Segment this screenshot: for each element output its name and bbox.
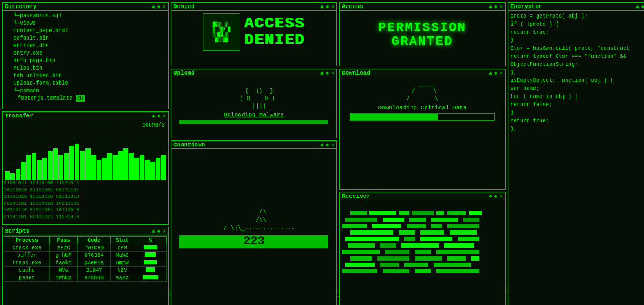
receiver-block <box>458 237 479 241</box>
dir-close[interactable]: ✕ <box>163 3 166 10</box>
table-row: cache MVa 31947 NZV <box>4 267 167 274</box>
script-code: 31947 <box>78 267 111 274</box>
script-bar-cell <box>134 267 167 274</box>
table-row: penet YPhUp 845556 saXz <box>4 274 167 282</box>
upload-content: { () } ( O O ) ||||| Uploading Malware <box>171 77 336 134</box>
denied-close[interactable]: ✕ <box>331 3 334 10</box>
receiver-close[interactable]: ✕ <box>500 193 503 199</box>
receiver-controls[interactable]: ▲ ◆ ✕ <box>489 193 503 199</box>
dir-diamond[interactable]: ◆ <box>157 3 160 10</box>
receiver-block <box>444 243 474 248</box>
dir-file-12: footerjs.template CH <box>5 95 166 102</box>
code-line: }, <box>510 69 644 77</box>
download-close[interactable]: ✕ <box>500 70 503 76</box>
dir-file-11: └─common <box>5 87 166 95</box>
scripts-up-arrow[interactable]: ▲ <box>152 228 155 234</box>
receiver-block <box>350 230 393 235</box>
countdown-bar: 223 <box>179 235 328 248</box>
upload-icon: { () } ( O O ) ||||| <box>232 87 275 110</box>
scripts-table: Process Pass Code Stat % crack.exe zEZC … <box>4 236 167 282</box>
transfer-up-arrow[interactable]: ▲ <box>152 113 155 119</box>
countdown-robot: /\ /i\ / \|\_.............. <box>213 207 295 232</box>
receiver-block <box>383 218 404 222</box>
table-row: crack.exe zEZC *w!CeD cPM <box>4 244 167 252</box>
code-line: }, <box>510 125 644 133</box>
denied-icon: █▓▒░ ▒ ▓ ░▓▒ █ ▒░█▓░▒ █▒░▓█ <box>203 13 240 51</box>
download-controls[interactable]: ▲ ◆ ✕ <box>489 70 503 76</box>
download-bar-label: 61% <box>482 114 492 120</box>
countdown-up-arrow[interactable]: ▲ <box>320 142 324 148</box>
denied-up-arrow[interactable]: ▲ <box>320 4 324 10</box>
receiver-block <box>431 224 442 228</box>
dir-label: CH <box>76 95 85 102</box>
countdown-diamond[interactable]: ◆ <box>326 142 329 148</box>
receiver-block <box>407 224 426 228</box>
encryptor-content: proto = getProto( obj );if ( !proto ) { … <box>508 11 644 305</box>
directory-controls[interactable]: ▲ ◆ ✕ <box>152 3 166 10</box>
transfer-content: 106MB/S (0, 0) 12:9:16 01001011 10110100… <box>3 120 168 220</box>
receiver-block <box>471 256 479 261</box>
receiver-block <box>463 218 479 222</box>
script-stat: Ma%C <box>110 252 134 259</box>
receiver-diamond[interactable]: ◆ <box>494 193 497 199</box>
access-controls[interactable]: ▲ ◆ ✕ <box>489 3 503 10</box>
upload-close[interactable]: ✕ <box>331 70 334 76</box>
download-diamond[interactable]: ◆ <box>494 70 497 76</box>
scripts-close[interactable]: ✕ <box>163 228 166 234</box>
dir-up-arrow[interactable]: ▲ <box>152 4 155 10</box>
upload-up-arrow[interactable]: ▲ <box>320 70 324 76</box>
upload-bar <box>180 120 327 123</box>
script-bar-cell <box>134 259 167 267</box>
denied-diamond[interactable]: ◆ <box>326 3 329 10</box>
receiver-title: Receiver <box>342 193 370 199</box>
denied-controls[interactable]: ▲ ◆ ✕ <box>320 3 334 10</box>
download-content: _____ / \ / \ Downloading Critical Data … <box>340 77 505 185</box>
scripts-controls[interactable]: ▲ ◆ ✕ <box>152 228 166 234</box>
transfer-diamond[interactable]: ◆ <box>157 113 160 119</box>
transfer-close[interactable]: ✕ <box>163 113 166 119</box>
code-line: return true; <box>510 117 644 125</box>
denied-title: Denied <box>173 3 195 10</box>
denied-content: █▓▒░ ▒ ▓ ░▓▒ █ ▒░█▓░▒ █▒░▓█ ACCESS DENIE… <box>171 11 336 54</box>
access-content: PERMISSION GRANTED <box>340 11 505 59</box>
access-up-arrow[interactable]: ▲ <box>489 4 492 10</box>
receiver-block <box>431 218 458 222</box>
receiver-block <box>415 269 431 273</box>
countdown-close[interactable]: ✕ <box>331 142 334 148</box>
receiver-svg <box>340 200 505 306</box>
script-bar-cell <box>134 252 167 259</box>
upload-diamond[interactable]: ◆ <box>326 70 329 76</box>
encryptor-controls[interactable]: ▲ ◆ ✕ <box>636 3 644 10</box>
receiver-block <box>348 243 375 248</box>
download-up-arrow[interactable]: ▲ <box>489 70 492 76</box>
receiver-block <box>404 237 415 241</box>
transfer-controls[interactable]: ▲ ◆ ✕ <box>152 113 166 119</box>
receiver-block <box>380 263 399 267</box>
transfer-scroll: 01001011 10110100 1100101110110010 01101… <box>4 180 167 223</box>
script-pass: grhUP <box>49 252 78 259</box>
encryptor-diamond[interactable]: ◆ <box>641 3 644 10</box>
receiver-block <box>380 243 396 248</box>
scripts-diamond[interactable]: ◆ <box>157 228 160 234</box>
receiver-block <box>350 256 372 261</box>
code-line: } <box>510 109 644 117</box>
receiver-block <box>404 263 428 267</box>
denied-line2: DENIED <box>245 32 305 49</box>
encryptor-up-arrow[interactable]: ▲ <box>636 4 639 10</box>
chart-container: 106MB/S (0, 0) 12:9:16 <box>4 121 167 180</box>
access-diamond[interactable]: ◆ <box>494 3 497 10</box>
script-process: penet <box>4 274 50 282</box>
download-panel: Download ▲ ◆ ✕ _____ / \ / \ Downloading… <box>339 69 506 190</box>
access-close[interactable]: ✕ <box>500 3 503 10</box>
col-1: Directory ▲ ◆ ✕ └─passwords.sql └─views … <box>2 2 169 305</box>
receiver-up-arrow[interactable]: ▲ <box>489 193 492 199</box>
countdown-controls[interactable]: ▲ ◆ ✕ <box>320 142 334 148</box>
dir-file-1: └─passwords.sql <box>5 12 166 20</box>
permission-granted-text: PERMISSION GRANTED <box>378 21 466 49</box>
dir-file-5: entries.dbs <box>5 42 166 50</box>
dir-file-9: tab-unliked.bin <box>5 72 166 80</box>
receiver-block <box>377 256 409 261</box>
directory-content: └─passwords.sql └─views contest_page.htm… <box>3 11 168 104</box>
upload-controls[interactable]: ▲ ◆ ✕ <box>320 70 334 76</box>
col-4: Encryptor ▲ ◆ ✕ proto = getProto( obj );… <box>508 2 644 305</box>
